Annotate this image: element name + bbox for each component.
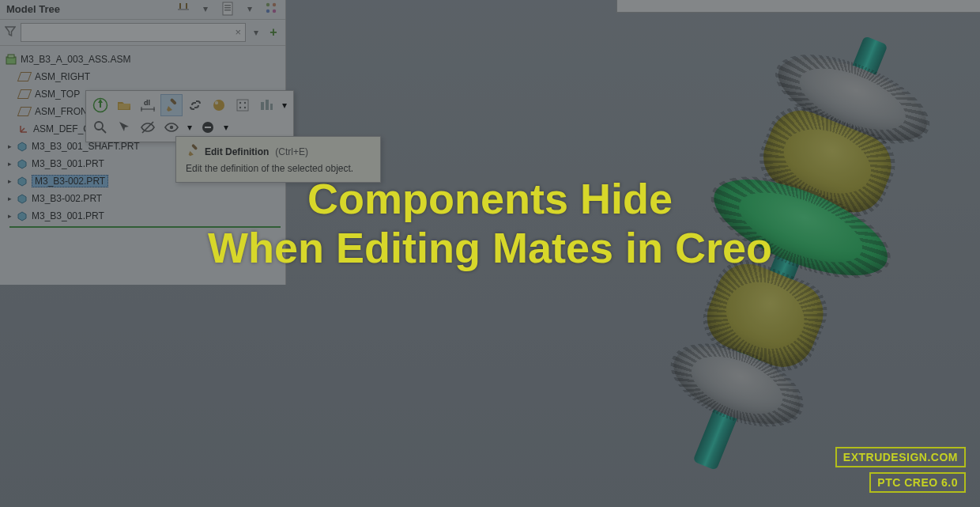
toolbar-dropdown-icon[interactable]: ▾ xyxy=(279,94,290,116)
filter-icon[interactable] xyxy=(5,26,17,39)
parameters-button[interactable] xyxy=(232,94,254,116)
svg-rect-22 xyxy=(270,104,273,110)
svg-rect-0 xyxy=(223,2,232,15)
svg-rect-1 xyxy=(224,5,231,6)
show-options-icon[interactable] xyxy=(220,2,235,16)
svg-rect-3 xyxy=(224,9,231,11)
svg-point-6 xyxy=(266,9,270,13)
zoom-selected-button[interactable] xyxy=(89,116,111,138)
svg-point-17 xyxy=(244,102,246,104)
panel-title: Model Tree xyxy=(6,3,60,15)
svg-point-5 xyxy=(273,3,276,6)
expand-icon[interactable]: ▸ xyxy=(5,142,14,151)
chevron-down-icon[interactable]: ▾ xyxy=(198,2,213,16)
svg-text:dl: dl xyxy=(144,99,150,107)
assembly-icon xyxy=(5,53,17,66)
appearance-button[interactable] xyxy=(208,94,230,116)
open-button[interactable] xyxy=(113,94,135,116)
svg-rect-2 xyxy=(224,7,231,9)
tree-item-label: M3_B3-002.PRT xyxy=(32,193,102,204)
svg-point-19 xyxy=(244,107,246,108)
tree-root[interactable]: M3_B3_A_003_ASS.ASM xyxy=(5,51,285,68)
insert-indicator xyxy=(9,226,281,228)
tree-item-label: ASM_RIGHT xyxy=(35,71,90,82)
tree-search-input[interactable] xyxy=(21,23,246,42)
tree-item-part[interactable]: ▸ M3_B3_001.PRT xyxy=(5,207,285,225)
pattern-button[interactable] xyxy=(255,94,277,116)
tree-item-part[interactable]: ▸ M3_B3-002.PRT xyxy=(5,190,285,207)
tree-filters-icon[interactable] xyxy=(265,2,279,16)
search-dropdown-icon[interactable]: ▾ xyxy=(249,23,263,42)
part-icon xyxy=(16,140,28,153)
datum-plane-icon xyxy=(17,89,32,99)
tree-item-asm-right[interactable]: ASM_RIGHT xyxy=(5,68,285,85)
datum-plane-icon xyxy=(17,107,32,116)
svg-point-14 xyxy=(215,101,218,104)
svg-rect-20 xyxy=(261,102,264,110)
assembly-model[interactable] xyxy=(572,0,980,507)
toolbar-dropdown-icon[interactable]: ▾ xyxy=(184,116,195,138)
svg-point-24 xyxy=(170,126,173,129)
svg-rect-27 xyxy=(191,144,198,150)
part-icon xyxy=(16,175,28,187)
part-icon xyxy=(16,210,28,222)
svg-rect-21 xyxy=(266,100,269,110)
expand-icon[interactable]: ▸ xyxy=(5,176,14,186)
expand-icon[interactable]: ▸ xyxy=(5,211,14,221)
toolbar-dropdown-icon[interactable]: ▾ xyxy=(220,116,232,138)
svg-rect-9 xyxy=(8,55,14,58)
select-button[interactable] xyxy=(113,116,135,138)
svg-point-7 xyxy=(273,9,276,13)
badge-product: PTC CREO 6.0 xyxy=(869,472,966,493)
svg-rect-26 xyxy=(205,127,211,128)
tree-root-label: M3_B3_A_003_ASS.ASM xyxy=(21,54,130,65)
datum-plane-icon xyxy=(17,72,32,81)
add-item-icon[interactable]: + xyxy=(266,25,281,40)
svg-point-18 xyxy=(239,107,241,108)
tree-item-label: M3_B3-002.PRT xyxy=(32,175,108,187)
activate-button[interactable] xyxy=(89,94,111,116)
edit-definition-button[interactable] xyxy=(160,94,183,116)
tree-item-label: M3_B3_001.PRT xyxy=(32,210,104,221)
csys-icon xyxy=(17,123,30,135)
panel-header: Model Tree ▾ ▾ xyxy=(0,0,285,20)
svg-point-23 xyxy=(95,122,103,130)
expand-icon[interactable]: ▸ xyxy=(5,159,14,168)
tooltip-shortcut: (Ctrl+E) xyxy=(275,146,308,157)
clear-search-icon[interactable]: × xyxy=(235,26,241,38)
svg-point-4 xyxy=(266,3,270,6)
svg-point-13 xyxy=(213,100,224,111)
show-button[interactable] xyxy=(160,116,183,138)
badge-site: EXTRUDESIGN.COM xyxy=(835,447,966,467)
edit-dimension-button[interactable]: dl xyxy=(137,94,159,116)
edit-definition-icon xyxy=(186,143,200,160)
mini-toolbar: dl ▾ ▾ xyxy=(85,90,294,142)
search-row: × ▾ + xyxy=(0,20,285,46)
chevron-down-icon[interactable]: ▾ xyxy=(243,2,257,16)
svg-rect-12 xyxy=(170,98,177,105)
hide-button[interactable] xyxy=(137,116,159,138)
floating-toolbar-frame xyxy=(616,0,980,13)
tree-item-label: M3_B3_001_SHAFT.PRT xyxy=(32,141,140,152)
tooltip-title: Edit Definition xyxy=(205,146,269,157)
tree-item-label: ASM_FRONT xyxy=(35,106,93,117)
svg-point-16 xyxy=(239,102,241,104)
part-icon xyxy=(16,192,28,205)
tree-settings-icon[interactable] xyxy=(176,2,190,16)
tree-item-label: ASM_TOP xyxy=(35,89,80,100)
tooltip-description: Edit the definition of the selected obje… xyxy=(186,163,371,174)
tree-item-label: M3_B3_001.PRT xyxy=(32,158,104,169)
expand-icon[interactable]: ▸ xyxy=(5,194,14,203)
part-icon xyxy=(16,157,28,170)
watermark-badges: EXTRUDESIGN.COM PTC CREO 6.0 xyxy=(835,447,966,493)
edit-references-button[interactable] xyxy=(184,94,206,116)
tooltip: Edit Definition (Ctrl+E) Edit the defini… xyxy=(175,136,381,183)
suppress-button[interactable] xyxy=(197,116,219,138)
svg-rect-15 xyxy=(237,100,248,111)
